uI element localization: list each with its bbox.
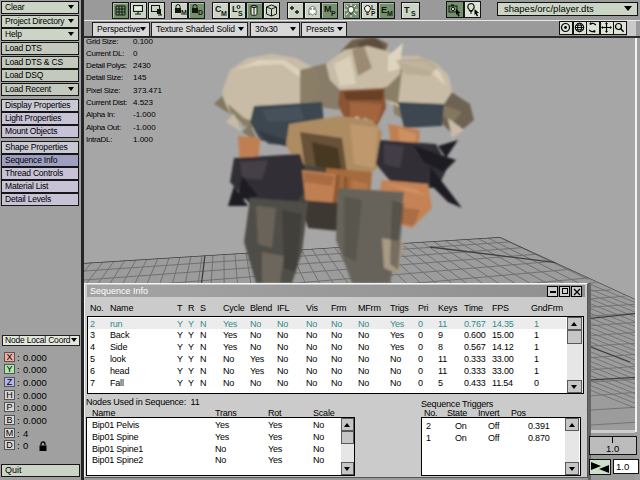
svg-text:P: P bbox=[331, 10, 336, 17]
svg-text:D: D bbox=[198, 9, 203, 16]
svg-text:T: T bbox=[404, 5, 410, 15]
svg-text:M: M bbox=[387, 10, 393, 17]
svg-text:M: M bbox=[221, 10, 227, 17]
svg-text:S: S bbox=[238, 10, 243, 17]
svg-text:P: P bbox=[371, 10, 376, 17]
svg-text:S: S bbox=[411, 10, 416, 17]
svg-text:M: M bbox=[181, 9, 187, 16]
